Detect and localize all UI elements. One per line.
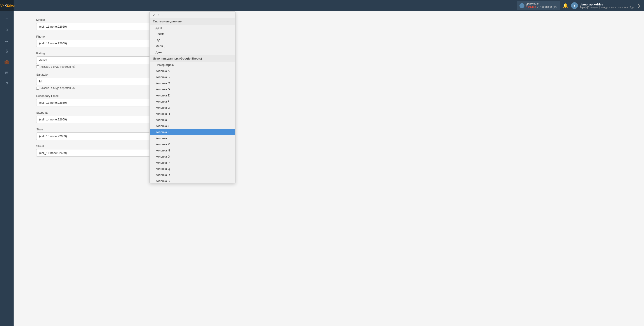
- source-group: Источник данных (Google Sheets): [150, 55, 235, 62]
- bell-icon[interactable]: 🔔: [563, 3, 568, 8]
- col-b-option[interactable]: Колонка B: [150, 74, 235, 80]
- col-a-option[interactable]: Колонка A: [150, 68, 235, 74]
- col-f-option[interactable]: Колонка F: [150, 98, 235, 104]
- col-n-option[interactable]: Колонка N: [150, 148, 235, 154]
- logo: API✕Drive: [0, 0, 14, 11]
- year-option[interactable]: Год: [150, 37, 235, 43]
- sidebar-item-home[interactable]: ⌂: [0, 24, 14, 34]
- dash-option[interactable]: ✓ -: [150, 12, 235, 18]
- col-l-option[interactable]: Колонка L: [150, 135, 235, 141]
- info-icon: i: [520, 3, 524, 8]
- day-option[interactable]: День: [150, 49, 235, 55]
- plan-label: Тариф |Стандарт| (new) до оплаты осталос…: [580, 6, 635, 8]
- col-o-option[interactable]: Колонка O: [150, 154, 235, 160]
- col-g-option[interactable]: Колонка G: [150, 104, 235, 111]
- col-c-option[interactable]: Колонка C: [150, 80, 235, 86]
- actions-count: 129'476: [526, 6, 536, 9]
- date-option[interactable]: Дата: [150, 25, 235, 31]
- rating-checkbox-label: Указать в виде переменной: [40, 65, 76, 68]
- expand-icon[interactable]: ❯: [638, 4, 640, 8]
- username: demo_apix-drive: [580, 3, 635, 6]
- row-number-option[interactable]: Номер строки: [150, 62, 235, 68]
- system-data-group: Системные данные: [150, 18, 235, 25]
- col-h-option[interactable]: Колонка H: [150, 111, 235, 117]
- salutation-checkbox[interactable]: [36, 87, 39, 90]
- dropdown-menu: ✓ -Системные данныеДатаВремяГодМесяцДень…: [150, 11, 236, 184]
- sidebar: API✕Drive ← ⌂ ☷ $ 💼 ✉ ?: [0, 0, 14, 326]
- sidebar-item-edit[interactable]: 💼: [0, 57, 14, 67]
- col-m-option[interactable]: Колонка M: [150, 141, 235, 148]
- rating-checkbox[interactable]: [36, 66, 39, 68]
- col-i-option[interactable]: Колонка I: [150, 117, 235, 123]
- sidebar-item-billing[interactable]: $: [0, 46, 14, 56]
- main-content: Mobile Phone Rating Active Указать в вид…: [27, 11, 644, 326]
- col-p-option[interactable]: Колонка P: [150, 160, 235, 166]
- sidebar-item-contact[interactable]: ✉: [0, 68, 14, 78]
- topbar: i действия: 129'476 из 1'000'000 (13! 🔔 …: [14, 0, 644, 11]
- month-option[interactable]: Месяц: [150, 43, 235, 49]
- col-j-option[interactable]: Колонка J: [150, 123, 235, 129]
- topbar-user[interactable]: ● demo_apix-drive Тариф |Стандарт| (new)…: [571, 2, 635, 9]
- col-s-option[interactable]: Колонка S: [150, 178, 235, 184]
- user-avatar: ●: [571, 2, 578, 9]
- salutation-checkbox-label: Указать в виде переменной: [40, 86, 76, 90]
- time-option[interactable]: Время: [150, 31, 235, 37]
- actions-total: из 1'000'000 (13!: [537, 6, 557, 9]
- topbar-actions-text: действия: 129'476 из 1'000'000 (13!: [526, 2, 557, 9]
- col-q-option[interactable]: Колонка Q: [150, 166, 235, 172]
- col-k-option[interactable]: Колонка K: [150, 129, 235, 135]
- sidebar-item-help[interactable]: ?: [0, 79, 14, 89]
- user-info: demo_apix-drive Тариф |Стандарт| (new) д…: [580, 3, 635, 8]
- topbar-actions[interactable]: i действия: 129'476 из 1'000'000 (13!: [517, 1, 560, 10]
- sidebar-nav: ← ⌂ ☷ $ 💼 ✉ ?: [0, 11, 14, 89]
- col-r-option[interactable]: Колонка R: [150, 172, 235, 178]
- sidebar-item-back[interactable]: ←: [0, 14, 14, 24]
- sidebar-item-connections[interactable]: ☷: [0, 35, 14, 45]
- col-e-option[interactable]: Колонка E: [150, 92, 235, 98]
- logo-text: API✕Drive: [0, 4, 14, 8]
- col-d-option[interactable]: Колонка D: [150, 86, 235, 92]
